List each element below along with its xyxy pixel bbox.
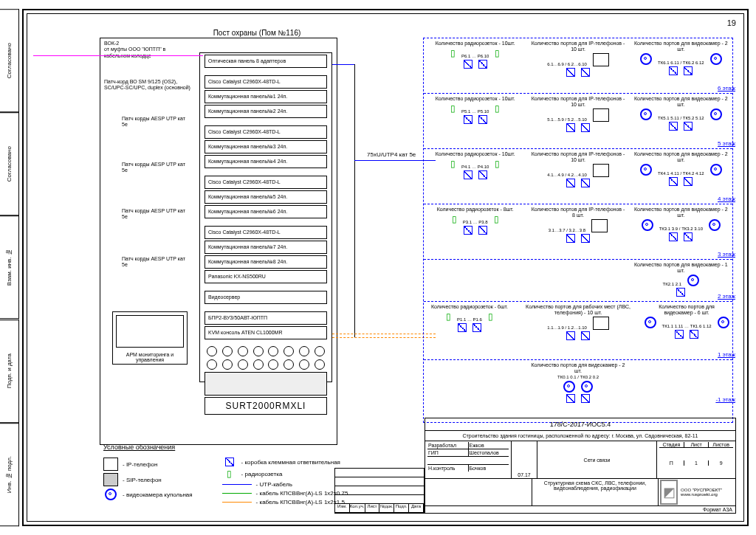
junction-box-icon	[225, 458, 234, 466]
floor-row: Количество портов для видеокамер - 2 шт.…	[424, 359, 732, 404]
drawing-frame: 19 Пост охраны (Пом №116) Оптическая пан…	[22, 9, 749, 526]
drawing-code: 178/С-2017-ИОС5.4	[425, 418, 735, 430]
sheet-title: Структурная схема СКС, ЛВС, телефонии, в…	[532, 479, 659, 505]
anno-vok: ВОК-2 от муфты ООО "ЮПТП" в кабельном ко…	[104, 41, 178, 59]
pdu-row	[205, 359, 327, 370]
anno-aesp: Патч корды AESP UTP кат 5e	[122, 256, 188, 269]
floor-row: Количество радиорозеток - 10шт.▯Р6.1 … Р…	[424, 38, 732, 93]
pdu-row	[205, 345, 327, 357]
rack-item: Коммутационная панель№3 24п.	[205, 140, 327, 153]
radio-socket-icon: ▯	[227, 469, 232, 479]
kpsvv15-line-icon	[222, 502, 252, 503]
rack-item: Коммутационная панель№8 24п.	[205, 255, 327, 269]
anno-aesp: Патч корды AESP UTP кат 5e	[122, 162, 188, 174]
rack-item: Коммутационная панель№5 24п.	[205, 190, 327, 204]
rack-item: Cisco Catalyst C2960X-48TD-L	[205, 75, 327, 89]
project-title: Строительство здания гостиницы, располож…	[425, 431, 735, 441]
floor-row: Количество портов для видеокамер - 1 шт.…	[424, 259, 732, 301]
cable-fiber-in	[33, 55, 203, 56]
side-tabs: Согласовано Согласовано Взам. инв. № Под…	[0, 9, 19, 526]
rack-item: Коммутационная панель№2 24п.	[205, 105, 327, 118]
rack-item: Видеосервер	[205, 291, 327, 304]
sip-phone-icon	[103, 473, 118, 486]
floor-row: Количество радиорозеток - 8шт.▯Р3.1 … Р3…	[424, 204, 732, 259]
floor-row: Количество радиорозеток - 6шт.▯Р1.1 … Р1…	[424, 301, 732, 359]
ups-block	[205, 372, 327, 396]
ip-phone-icon	[103, 458, 118, 471]
rack-item: Коммутационная панель№1 24п.	[205, 90, 327, 103]
rack-item: Оптическая панель 8 адаптеров	[205, 55, 327, 68]
floor-row: Количество радиорозеток - 10шт.▯Р4.1 … Р…	[424, 148, 732, 204]
revision-table: Изм.Кол.уч.Лист№док.Подп.Дата	[334, 468, 425, 514]
rack-item: Коммутационная панель№4 24п.	[205, 155, 327, 168]
page-number: 19	[727, 18, 736, 27]
format-label: Формат А3А	[425, 506, 735, 513]
rack-item: Cisco Catalyst C2960X-48TD-L	[205, 125, 327, 139]
backbone-label: 75xU/UTP4 кат 5e	[365, 151, 417, 158]
rack-item: Cisco Catalyst C2960X-48TD-L	[205, 176, 327, 189]
camera-icon	[105, 489, 117, 500]
rack-item: Cisco Catalyst C2960X-48TD-L	[205, 226, 327, 239]
rack-item: БПР2-ВУЗ/50АВТ-ЮПТП	[205, 311, 327, 325]
rack-item: Panasonic KX-NS500RU	[205, 270, 327, 283]
rack-title: Пост охраны (Пом №116)	[190, 29, 323, 37]
anno-aesp: Патч корды AESP UTP кат 5e	[122, 116, 188, 128]
company-name: ООО "РУСПРОЕКТ" www.rusproekt.org	[681, 488, 734, 497]
rack-item: Коммутационная панель№6 24п.	[205, 205, 327, 218]
tab: Инв. № подл.	[0, 423, 19, 526]
title-block: 178/С-2017-ИОС5.4 Строительство здания г…	[425, 418, 736, 514]
floors-block: Количество радиорозеток - 10шт.▯Р6.1 … Р…	[423, 38, 733, 423]
tab: Взам. инв. №	[0, 215, 19, 319]
rack-item: Коммутационная панель№7 24п.	[205, 241, 327, 254]
system-name: Сети связи	[537, 441, 657, 478]
tab: Подп. и дата	[0, 320, 19, 423]
kpsvv075-line-icon	[222, 493, 252, 494]
tab: Согласовано	[0, 9, 19, 112]
rack-inner: Оптическая панель 8 адаптеров Cisco Cata…	[199, 52, 332, 382]
company-logo-icon: ◩	[660, 480, 678, 505]
rack-item: KVM консоль ATEN CL1000MR	[205, 326, 327, 339]
anno-aesp: Патч корды AESP UTP кат 5e	[122, 208, 188, 221]
floor-row: Количество радиорозеток - 10шт.▯Р5.1 … Р…	[424, 93, 732, 148]
ups-label: SURT2000RMXLI	[205, 397, 327, 415]
tab: Согласовано	[0, 112, 19, 215]
arm-monitor: АРМ мониторинга и управления	[112, 311, 188, 365]
anno-fiber: Патч-корд ВО SM 9/125 (OS2), SC/UPC-SC/U…	[104, 79, 193, 92]
utp-line-icon	[222, 484, 252, 485]
